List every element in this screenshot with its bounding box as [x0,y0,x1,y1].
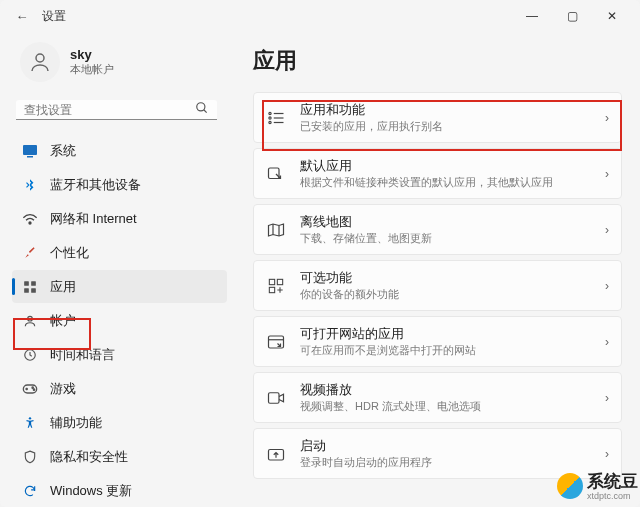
svg-rect-3 [23,145,37,155]
sidebar-item-label: Windows 更新 [50,482,132,500]
display-icon [22,143,38,159]
maximize-button[interactable]: ▢ [552,2,592,30]
chevron-right-icon: › [605,111,609,125]
card-offline-maps[interactable]: 离线地图 下载、存储位置、地图更新 › [253,204,622,255]
card-title: 视频播放 [300,381,591,399]
sidebar-item-label: 系统 [50,142,76,160]
chevron-right-icon: › [605,279,609,293]
card-optional-features[interactable]: 可选功能 你的设备的额外功能 › [253,260,622,311]
wifi-icon [22,211,38,227]
shield-icon [22,449,38,465]
svg-rect-4 [27,156,33,158]
svg-point-5 [29,222,31,224]
sidebar-item-system[interactable]: 系统 [12,134,227,167]
list-icon [266,108,286,128]
sidebar-item-label: 帐户 [50,312,76,330]
window-title: 设置 [42,8,66,25]
grid-plus-icon [266,276,286,296]
card-title: 离线地图 [300,213,591,231]
sidebar-item-accessibility[interactable]: 辅助功能 [12,406,227,439]
card-default-apps[interactable]: 默认应用 根据文件和链接种类设置的默认应用，其他默认应用 › [253,148,622,199]
svg-point-1 [197,103,205,111]
card-title: 可选功能 [300,269,591,287]
svg-point-0 [36,54,44,62]
accessibility-icon [22,415,38,431]
card-apps-features[interactable]: 应用和功能 已安装的应用，应用执行别名 › [253,92,622,143]
chevron-right-icon: › [605,335,609,349]
update-icon [22,483,38,499]
svg-rect-9 [31,288,36,293]
watermark-logo-icon [557,473,583,499]
svg-point-14 [33,389,34,390]
svg-rect-22 [269,168,280,179]
sidebar-item-label: 时间和语言 [50,346,115,364]
sidebar-item-label: 隐私和安全性 [50,448,128,466]
card-title: 应用和功能 [300,101,591,119]
watermark-url: xtdptc.com [587,491,638,501]
svg-rect-26 [269,336,284,348]
sidebar-item-time-lang[interactable]: 时间和语言 [12,338,227,371]
clock-icon [22,347,38,363]
svg-point-16 [269,112,271,114]
watermark-name: 系统豆 [587,470,638,493]
svg-rect-8 [24,288,29,293]
card-website-apps[interactable]: 可打开网站的应用 可在应用而不是浏览器中打开的网站 › [253,316,622,367]
card-title: 可打开网站的应用 [300,325,591,343]
sidebar-item-label: 应用 [50,278,76,296]
gaming-icon [22,381,38,397]
search-box[interactable] [16,100,217,120]
card-sub: 下载、存储位置、地图更新 [300,231,591,246]
card-video-playback[interactable]: 视频播放 视频调整、HDR 流式处理、电池选项 › [253,372,622,423]
minimize-button[interactable]: — [512,2,552,30]
chevron-right-icon: › [605,223,609,237]
card-title: 默认应用 [300,157,591,175]
default-icon [266,164,286,184]
avatar [20,42,60,82]
bluetooth-icon [22,177,38,193]
sidebar-item-apps[interactable]: 应用 [12,270,227,303]
back-button[interactable]: ← [8,2,36,30]
svg-rect-23 [269,279,274,284]
person-icon [22,313,38,329]
sidebar-item-label: 辅助功能 [50,414,102,432]
sidebar-item-gaming[interactable]: 游戏 [12,372,227,405]
user-block[interactable]: sky 本地帐户 [12,38,227,92]
svg-point-13 [32,387,33,388]
svg-rect-25 [269,287,274,292]
apps-icon [22,279,38,295]
card-sub: 根据文件和链接种类设置的默认应用，其他默认应用 [300,175,591,190]
map-icon [266,220,286,240]
sidebar-item-privacy[interactable]: 隐私和安全性 [12,440,227,473]
search-input[interactable] [24,103,195,117]
svg-rect-6 [24,281,29,286]
card-sub: 已安装的应用，应用执行别名 [300,119,591,134]
sidebar-item-personalization[interactable]: 个性化 [12,236,227,269]
close-button[interactable]: ✕ [592,2,632,30]
sidebar-item-label: 游戏 [50,380,76,398]
sidebar-item-label: 网络和 Internet [50,210,137,228]
sidebar-item-label: 个性化 [50,244,89,262]
card-sub: 你的设备的额外功能 [300,287,591,302]
svg-rect-7 [31,281,36,286]
sidebar-item-label: 蓝牙和其他设备 [50,176,141,194]
nav: 系统 蓝牙和其他设备 网络和 Internet 个性化 [12,134,227,507]
sidebar-item-bluetooth[interactable]: 蓝牙和其他设备 [12,168,227,201]
card-title: 启动 [300,437,591,455]
chevron-right-icon: › [605,447,609,461]
card-sub: 登录时自动启动的应用程序 [300,455,591,470]
sidebar-item-update[interactable]: Windows 更新 [12,474,227,507]
card-sub: 可在应用而不是浏览器中打开的网站 [300,343,591,358]
brush-icon [22,245,38,261]
svg-rect-24 [277,279,282,284]
chevron-right-icon: › [605,167,609,181]
search-icon [195,101,209,118]
watermark: 系统豆 xtdptc.com [557,470,638,501]
page-title: 应用 [253,46,622,76]
user-account-type: 本地帐户 [70,62,114,77]
sidebar-item-accounts[interactable]: 帐户 [12,304,227,337]
svg-point-20 [269,121,271,123]
svg-point-15 [29,417,31,419]
svg-point-18 [269,116,271,118]
sidebar-item-network[interactable]: 网络和 Internet [12,202,227,235]
video-icon [266,388,286,408]
